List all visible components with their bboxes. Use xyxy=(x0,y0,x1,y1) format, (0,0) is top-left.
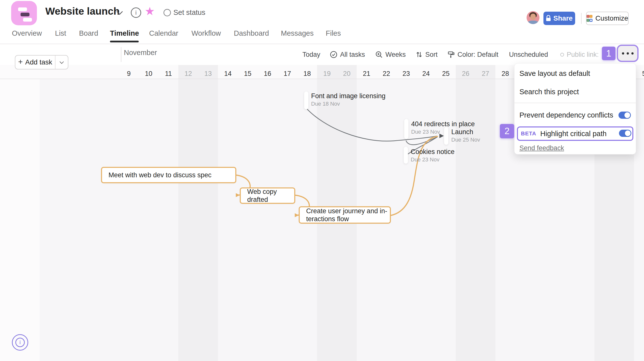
set-status-button[interactable]: Set status xyxy=(174,9,205,17)
avatar[interactable] xyxy=(526,11,540,24)
logo-bar xyxy=(18,8,27,11)
tab-files[interactable]: Files xyxy=(326,29,341,38)
milestone-due: Due 23 Nov xyxy=(411,129,440,135)
unscheduled-button[interactable]: Unscheduled xyxy=(509,50,548,60)
date-label: 10 xyxy=(139,70,158,78)
customize-button[interactable]: Customize xyxy=(586,12,629,25)
share-label: Share xyxy=(553,14,573,22)
toggle-knob xyxy=(624,112,630,118)
asana-app: Website launch i ★ Set status Share Cust… xyxy=(0,0,644,361)
task-name: Create user journey and in- teractions f… xyxy=(300,207,387,223)
menu-item-save-layout[interactable]: Save layout as default xyxy=(520,70,590,78)
avatar-face xyxy=(530,14,536,20)
favorite-star-icon[interactable]: ★ xyxy=(145,5,155,18)
date-label: 27 xyxy=(476,70,496,78)
menu-item-highlight-critical[interactable]: Highlight critical path xyxy=(540,130,606,138)
tab-calendar[interactable]: Calendar xyxy=(149,29,178,38)
sort-arrows-icon xyxy=(416,51,422,58)
date-label: 25 xyxy=(436,70,456,78)
paint-roller-icon xyxy=(447,51,455,58)
date-label: 24 xyxy=(416,70,436,78)
send-feedback-link[interactable]: Send feedback xyxy=(520,144,564,152)
help-info-button[interactable]: i xyxy=(12,334,28,350)
tab-list[interactable]: List xyxy=(55,29,66,38)
zoom-weeks-button[interactable]: Weeks xyxy=(375,50,406,60)
sort-button[interactable]: Sort xyxy=(416,50,438,60)
milestone-cookies-notice[interactable] xyxy=(404,147,408,164)
menu-item-prevent-conflicts[interactable]: Prevent dependency conflicts xyxy=(520,111,613,119)
more-options-button[interactable] xyxy=(617,45,638,62)
menu-divider xyxy=(514,103,636,103)
logo-bar xyxy=(23,18,32,22)
share-button[interactable]: Share xyxy=(544,12,575,25)
task-name: Meet with web dev to discuss spec xyxy=(102,171,212,179)
milestone-name[interactable]: Cookies notice xyxy=(411,148,454,156)
menu-item-search-project[interactable]: Search this project xyxy=(520,88,579,96)
milestone-launch[interactable] xyxy=(444,127,448,145)
weeks-label: Weeks xyxy=(386,51,406,59)
date-label: 26 xyxy=(456,70,476,78)
add-task-dropdown[interactable] xyxy=(55,56,68,69)
date-label: 28 xyxy=(496,70,515,78)
date-label: 15 xyxy=(238,70,258,78)
color-label: Color: Default xyxy=(458,51,498,59)
milestone-due: Due 25 Nov xyxy=(451,137,480,143)
status-circle-icon xyxy=(164,9,171,16)
page-title[interactable]: Website launch xyxy=(45,6,120,17)
tab-messages[interactable]: Messages xyxy=(281,29,314,38)
project-logo[interactable] xyxy=(11,1,37,25)
unscheduled-label: Unscheduled xyxy=(509,51,548,59)
date-label: 22 xyxy=(376,70,396,78)
project-info-icon[interactable]: i xyxy=(131,8,141,18)
milestone-font-licensing[interactable] xyxy=(304,92,308,109)
sort-label: Sort xyxy=(425,51,438,59)
annotation-step-1: 1 xyxy=(602,47,616,60)
task-bar-meet-web-dev[interactable]: Meet with web dev to discuss spec xyxy=(101,167,236,183)
annotation-step-2: 2 xyxy=(500,124,514,138)
tab-workflow[interactable]: Workflow xyxy=(192,29,221,38)
info-icon: i xyxy=(15,338,25,347)
milestone-due: Due 23 Nov xyxy=(411,156,440,163)
ellipsis-icon xyxy=(627,52,629,55)
public-link-button[interactable]: Public link: xyxy=(560,50,599,60)
tab-overview[interactable]: Overview xyxy=(12,29,42,38)
highlight-critical-path-row[interactable]: BETA Highlight critical path xyxy=(517,126,633,141)
milestone-name[interactable]: Launch xyxy=(451,128,473,136)
highlight-critical-toggle[interactable] xyxy=(619,130,631,137)
info-glyph: i xyxy=(20,339,21,346)
date-label: 23 xyxy=(396,70,416,78)
prevent-conflicts-toggle[interactable] xyxy=(618,112,631,119)
header-divider xyxy=(581,13,582,24)
tab-timeline[interactable]: Timeline xyxy=(110,29,139,38)
beta-badge: BETA xyxy=(521,130,536,137)
timeline-left-margin xyxy=(0,65,40,361)
tab-board[interactable]: Board xyxy=(79,29,98,38)
toggle-knob xyxy=(625,130,630,136)
weekend-stripe xyxy=(178,65,218,361)
add-task-button[interactable]: + Add task xyxy=(15,55,68,70)
milestone-due: Due 18 Nov xyxy=(311,101,340,107)
link-circle-icon xyxy=(560,53,564,57)
add-task-main[interactable]: + Add task xyxy=(15,56,55,69)
logo-bar xyxy=(20,13,30,16)
today-label: Today xyxy=(302,51,320,59)
date-label: 19 xyxy=(317,70,337,78)
all-tasks-filter[interactable]: All tasks xyxy=(330,50,365,60)
milestone-name[interactable]: 404 redirects in place xyxy=(411,120,475,128)
color-button[interactable]: Color: Default xyxy=(447,50,498,60)
tab-dashboard[interactable]: Dashboard xyxy=(234,29,269,38)
milestone-name[interactable]: Font and image licensing xyxy=(311,92,386,100)
milestone-404-redirects[interactable] xyxy=(404,119,408,139)
task-bar-user-journey[interactable]: Create user journey and in- teractions f… xyxy=(299,206,391,224)
avatar-shirt xyxy=(528,21,538,24)
date-label: 16 xyxy=(258,70,278,78)
date-label: 21 xyxy=(357,70,376,78)
date-label: 17 xyxy=(278,70,297,78)
customize-grid-icon xyxy=(586,15,592,22)
date-label: 13 xyxy=(198,70,218,78)
magnifier-plus-icon xyxy=(375,51,383,58)
task-bar-web-copy[interactable]: Web copy drafted xyxy=(240,187,295,204)
date-label: 18 xyxy=(297,70,317,78)
add-task-label: Add task xyxy=(25,58,52,66)
today-button[interactable]: Today xyxy=(302,50,320,60)
